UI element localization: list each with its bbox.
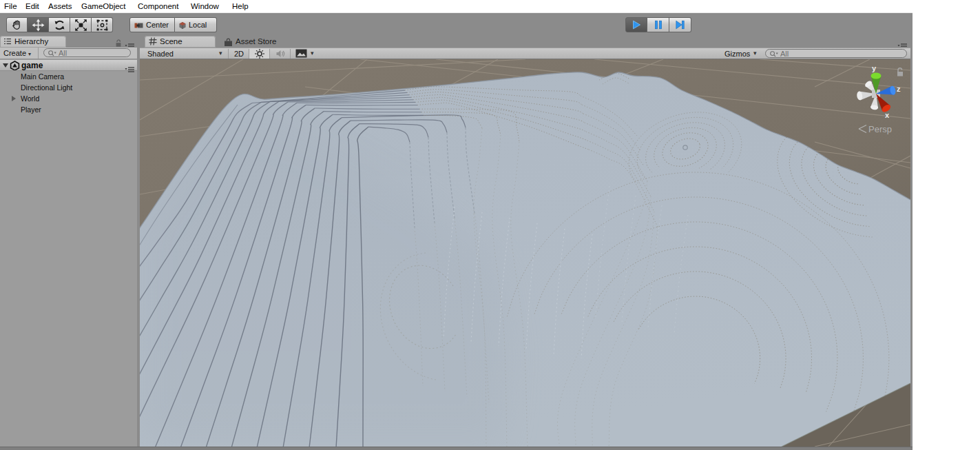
svg-text:Persp: Persp (868, 124, 892, 134)
svg-text:y: y (872, 64, 877, 72)
svg-text:z: z (897, 85, 901, 93)
svg-text:x: x (885, 111, 890, 119)
